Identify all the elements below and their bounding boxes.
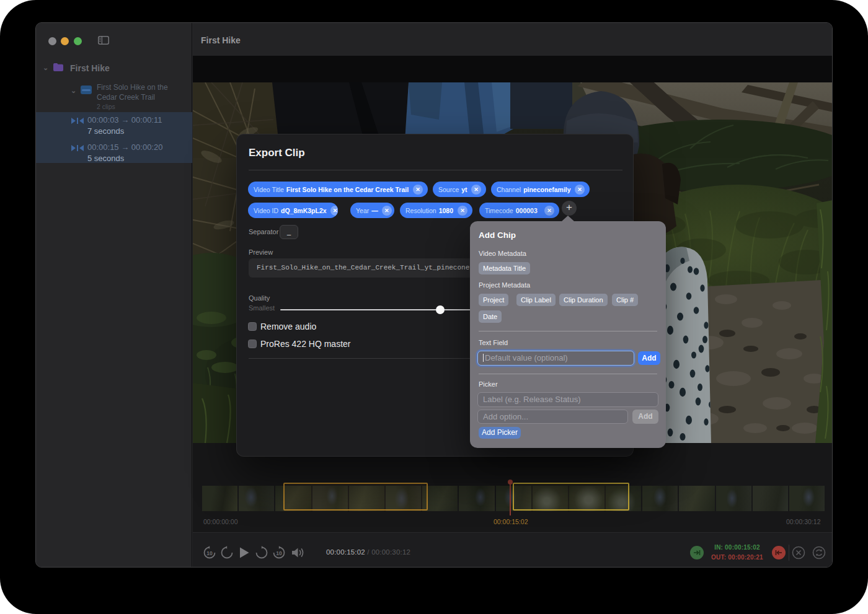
svg-text:10: 10	[206, 550, 213, 556]
svg-text:10: 10	[276, 550, 282, 556]
